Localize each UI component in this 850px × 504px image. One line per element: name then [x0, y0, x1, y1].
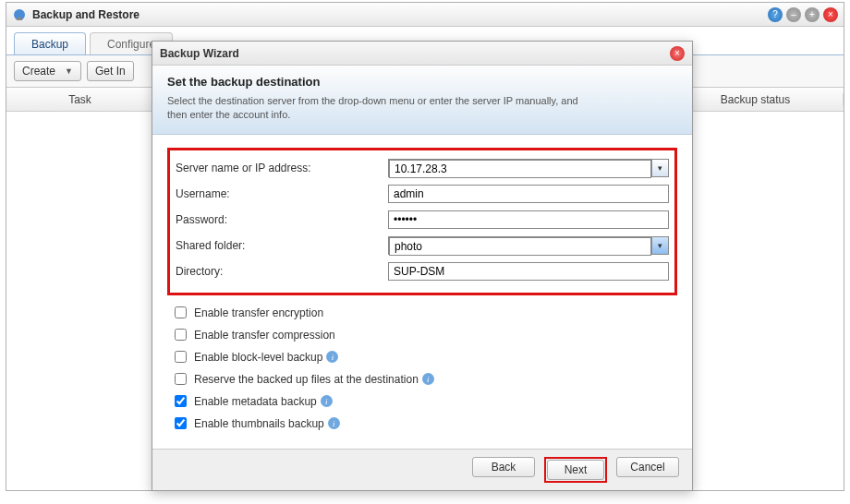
info-icon[interactable]: i	[422, 373, 434, 385]
check-block[interactable]	[175, 351, 187, 363]
check-encrypt-label: Enable transfer encryption	[194, 306, 323, 319]
folder-input[interactable]	[389, 237, 651, 256]
check-compress-row: Enable transfer compression	[175, 329, 677, 342]
server-input[interactable]	[389, 160, 651, 178]
wizard-title: Backup Wizard	[160, 47, 670, 60]
next-button[interactable]: Next	[547, 460, 604, 480]
check-encrypt[interactable]	[175, 306, 187, 318]
help-icon[interactable]: ?	[768, 7, 783, 22]
backup-wizard-dialog: Backup Wizard × Set the backup destinati…	[152, 41, 693, 491]
wizard-heading: Set the backup destination	[167, 75, 677, 89]
info-icon[interactable]: i	[328, 417, 340, 429]
maximize-icon[interactable]: +	[805, 7, 820, 22]
wizard-close-icon[interactable]: ×	[670, 46, 685, 61]
check-block-row: Enable block-level backup i	[175, 351, 677, 364]
row-folder: Shared folder: ▾	[176, 235, 669, 256]
minimize-icon[interactable]: –	[786, 7, 801, 22]
check-thumbs-row: Enable thumbnails backup i	[175, 417, 677, 430]
checkbox-group: Enable transfer encryption Enable transf…	[167, 306, 677, 430]
check-encrypt-row: Enable transfer encryption	[175, 306, 677, 319]
wizard-footer: Back Next Cancel	[152, 449, 692, 490]
form-highlight: Server name or IP address: ▾ Username: P…	[167, 148, 677, 295]
svg-rect-1	[17, 18, 22, 20]
check-block-label: Enable block-level backup	[194, 351, 322, 364]
row-directory: Directory:	[176, 261, 669, 282]
server-dropdown-icon[interactable]: ▾	[651, 160, 668, 176]
back-button[interactable]: Back	[472, 457, 535, 477]
wizard-titlebar: Backup Wizard ×	[152, 42, 692, 66]
get-info-button-label: Get In	[95, 65, 126, 78]
label-directory: Directory:	[176, 265, 388, 278]
label-username: Username:	[176, 187, 388, 200]
column-task: Task	[6, 93, 154, 106]
wizard-description: Select the destination server from the d…	[167, 94, 592, 123]
check-reserve-label: Reserve the backed up files at the desti…	[194, 373, 419, 386]
label-server: Server name or IP address:	[176, 162, 388, 174]
check-metadata[interactable]	[175, 395, 187, 407]
check-reserve[interactable]	[175, 373, 187, 385]
label-folder: Shared folder:	[176, 239, 388, 252]
close-icon[interactable]: ×	[823, 7, 838, 22]
directory-input[interactable]	[388, 262, 669, 281]
wizard-header: Set the backup destination Select the de…	[152, 66, 692, 135]
folder-dropdown-icon[interactable]: ▾	[651, 237, 668, 254]
tab-backup[interactable]: Backup	[14, 32, 86, 54]
username-input[interactable]	[388, 185, 669, 203]
check-compress-label: Enable transfer compression	[194, 329, 335, 342]
create-button-label: Create	[22, 65, 55, 78]
create-button[interactable]: Create ▼	[14, 61, 81, 81]
cancel-button[interactable]: Cancel	[616, 457, 679, 477]
window-titlebar: Backup and Restore ? – + ×	[6, 3, 844, 27]
password-input[interactable]	[388, 210, 669, 229]
check-reserve-row: Reserve the backed up files at the desti…	[175, 373, 677, 386]
check-thumbs-label: Enable thumbnails backup	[194, 417, 324, 430]
server-combo[interactable]: ▾	[388, 159, 669, 177]
column-status: Backup status	[668, 93, 844, 106]
app-icon	[12, 7, 27, 22]
chevron-down-icon: ▼	[65, 66, 73, 76]
next-highlight: Next	[544, 457, 607, 483]
check-compress[interactable]	[175, 329, 187, 341]
check-metadata-label: Enable metadata backup	[194, 395, 317, 408]
wizard-body: Server name or IP address: ▾ Username: P…	[152, 135, 692, 449]
info-icon[interactable]: i	[321, 395, 333, 407]
tab-configure-label: Configure	[107, 38, 155, 51]
row-server: Server name or IP address: ▾	[176, 158, 669, 178]
check-metadata-row: Enable metadata backup i	[175, 395, 677, 408]
check-thumbs[interactable]	[175, 417, 187, 429]
label-password: Password:	[176, 213, 388, 226]
folder-combo[interactable]: ▾	[388, 236, 669, 255]
row-username: Username:	[176, 184, 669, 204]
window-title: Backup and Restore	[32, 8, 764, 21]
get-info-button[interactable]: Get In	[87, 61, 134, 81]
info-icon[interactable]: i	[326, 351, 338, 363]
row-password: Password:	[176, 210, 669, 230]
